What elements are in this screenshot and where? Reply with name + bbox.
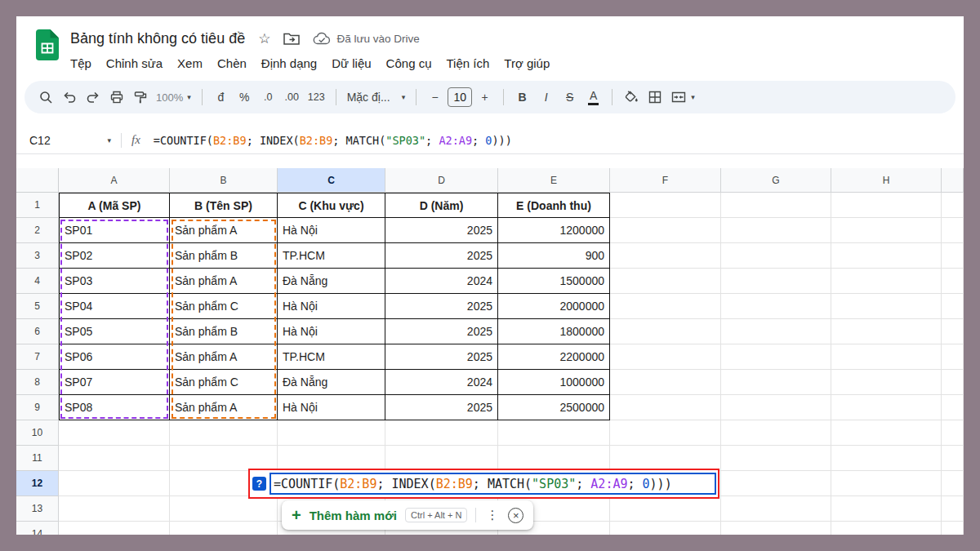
sheets-logo-icon[interactable] [36, 29, 59, 64]
cell-D10[interactable] [385, 420, 498, 446]
cell-partial[interactable] [942, 243, 964, 269]
cell-H1[interactable] [831, 193, 942, 218]
cell-G2[interactable] [721, 218, 831, 243]
formula-bar-input[interactable]: =COUNTIF(B2:B9; INDEX(B2:B9; MATCH("SP03… [154, 134, 512, 147]
number-format-button[interactable]: 123 [305, 86, 328, 109]
menu-công-cụ[interactable]: Công cụ [379, 54, 439, 73]
redo-button[interactable] [82, 86, 104, 109]
cell-A11[interactable] [59, 446, 170, 471]
col-header-A[interactable]: A [59, 168, 170, 193]
cell-partial[interactable] [942, 344, 964, 370]
currency-format-button[interactable]: đ [210, 86, 232, 109]
cell-A3[interactable]: SP02 [59, 243, 170, 269]
cell-C11[interactable] [278, 446, 385, 471]
row-header-9[interactable]: 9 [16, 395, 59, 420]
cell-F11[interactable] [610, 446, 721, 471]
text-color-button[interactable]: A [582, 86, 604, 109]
cell-C2[interactable]: Hà Nội [278, 218, 385, 243]
menu-tệp[interactable]: Tệp [63, 54, 99, 73]
cell-A10[interactable] [59, 420, 170, 446]
cell-F7[interactable] [610, 344, 721, 370]
cell-A1[interactable]: A (Mã SP) [59, 193, 170, 218]
cell-F14[interactable] [610, 522, 721, 535]
move-to-folder-icon[interactable] [283, 31, 300, 46]
cell-B4[interactable]: Sản phẩm A [170, 269, 278, 294]
col-header-B[interactable]: B [170, 168, 278, 193]
cell-D9[interactable]: 2025 [385, 395, 498, 420]
cell-G6[interactable] [721, 319, 831, 344]
cell-C9[interactable]: Hà Nội [278, 395, 385, 420]
cell-partial[interactable] [942, 522, 964, 535]
row-header-7[interactable]: 7 [16, 344, 59, 370]
cell-B5[interactable]: Sản phẩm C [170, 294, 278, 319]
cell-D2[interactable]: 2025 [385, 218, 498, 243]
menu-chỉnh-sửa[interactable]: Chỉnh sửa [99, 54, 170, 73]
cell-D3[interactable]: 2025 [385, 243, 498, 269]
cell-H12[interactable] [831, 471, 942, 496]
cell-F4[interactable] [610, 269, 721, 294]
cell-F3[interactable] [610, 243, 721, 269]
cell-E7[interactable]: 2200000 [498, 344, 610, 370]
cell-partial[interactable] [942, 395, 964, 420]
decrease-font-size-button[interactable]: − [424, 86, 446, 109]
bold-button[interactable]: B [511, 86, 533, 109]
row-header-4[interactable]: 4 [16, 269, 59, 294]
cell-partial[interactable] [942, 193, 964, 218]
add-function-label[interactable]: Thêm hàm mới [310, 509, 397, 522]
cell-F10[interactable] [610, 420, 721, 446]
strikethrough-button[interactable]: S [559, 86, 581, 109]
cell-A5[interactable]: SP04 [59, 294, 170, 319]
cell-H4[interactable] [831, 269, 942, 294]
cell-F5[interactable] [610, 294, 721, 319]
cell-D11[interactable] [385, 446, 498, 471]
cell-A8[interactable]: SP07 [59, 370, 170, 395]
cell-E6[interactable]: 1800000 [498, 319, 610, 344]
cell-C1[interactable]: C (Khu vực) [278, 193, 385, 218]
cell-B10[interactable] [170, 420, 278, 446]
cell-partial[interactable] [942, 420, 964, 446]
close-icon[interactable]: × [508, 508, 523, 523]
cell-B8[interactable]: Sản phẩm C [170, 370, 278, 395]
menu-chèn[interactable]: Chèn [210, 54, 254, 73]
cell-A12[interactable] [59, 471, 170, 496]
search-button[interactable] [34, 86, 56, 109]
cell-partial[interactable] [942, 319, 964, 344]
row-header-10[interactable]: 10 [16, 420, 59, 446]
cell-partial[interactable] [942, 496, 964, 522]
cell-C4[interactable]: Đà Nẵng [278, 269, 385, 294]
cell-C3[interactable]: TP.HCM [278, 243, 385, 269]
col-header-D[interactable]: D [385, 168, 498, 193]
cell-B13[interactable] [170, 496, 278, 522]
cell-G13[interactable] [721, 496, 831, 522]
italic-button[interactable]: I [535, 86, 557, 109]
fill-color-button[interactable] [620, 86, 642, 109]
save-status[interactable]: Đã lưu vào Drive [313, 32, 419, 45]
row-header-8[interactable]: 8 [16, 370, 59, 395]
cell-C5[interactable]: Hà Nội [278, 294, 385, 319]
cell-C7[interactable]: TP.HCM [278, 344, 385, 370]
col-header-F[interactable]: F [610, 168, 721, 193]
cell-G7[interactable] [721, 344, 831, 370]
cell-C10[interactable] [278, 420, 385, 446]
cell-D7[interactable]: 2025 [385, 344, 498, 370]
cell-editor-formula[interactable]: =COUNTIF(B2:B9; INDEX(B2:B9; MATCH("SP03… [270, 473, 716, 495]
formula-help-badge[interactable]: ? [252, 477, 266, 491]
menu-định-dạng[interactable]: Định dạng [254, 54, 324, 73]
cell-E5[interactable]: 2000000 [498, 294, 610, 319]
cell-G8[interactable] [721, 370, 831, 395]
cell-A13[interactable] [59, 496, 170, 522]
cell-E4[interactable]: 1500000 [498, 269, 610, 294]
cell-H11[interactable] [831, 446, 942, 471]
cell-partial[interactable] [942, 218, 964, 243]
cell-G9[interactable] [721, 395, 831, 420]
cell-H9[interactable] [831, 395, 942, 420]
cell-A14[interactable] [59, 522, 170, 535]
cell-H6[interactable] [831, 319, 942, 344]
row-header-11[interactable]: 11 [16, 446, 59, 471]
cell-H5[interactable] [831, 294, 942, 319]
cell-F6[interactable] [610, 319, 721, 344]
cell-H8[interactable] [831, 370, 942, 395]
cell-H10[interactable] [831, 420, 942, 446]
cell-partial[interactable] [942, 269, 964, 294]
select-all-corner[interactable] [16, 168, 59, 193]
